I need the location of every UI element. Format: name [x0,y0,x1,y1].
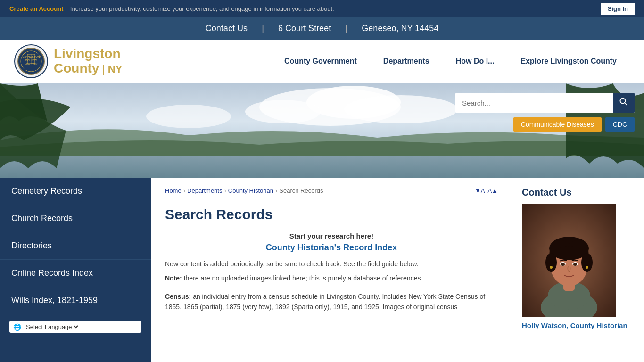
cdc-button[interactable]: CDC [605,117,635,132]
svg-point-24 [581,253,593,272]
tagline: – Increase your productivity, customize … [65,5,334,12]
breadcrumb-current: Search Records [279,187,323,194]
logo-emblem: LIVINGSTON COUNTY NEW YORK [14,44,48,78]
record-index-link[interactable]: County Historian's Record Index [266,243,397,252]
svg-point-29 [550,266,553,269]
search-box [455,93,635,113]
breadcrumb-sep-3: › [275,187,277,194]
communicable-diseases-button[interactable]: Communicable Diseases [513,117,602,132]
font-increase-button[interactable]: A▲ [487,187,498,194]
contact-us-title: Contact Us [522,187,635,198]
svg-point-28 [573,263,577,266]
contact-portrait-svg [522,204,616,317]
breadcrumb-home[interactable]: Home [165,187,182,194]
contact-us-link[interactable]: Contact Us [191,24,262,33]
google-translate-icon: 🌐 [13,323,21,331]
sidebar-item-church-records[interactable]: Church Records [0,205,151,232]
start-research-section: Start your research here! County Histori… [165,232,498,253]
svg-point-12 [146,105,231,128]
right-sidebar: Contact Us [512,178,644,362]
svg-point-11 [344,95,457,123]
logo-state: | NY [99,63,122,75]
alert-buttons: Communicable Diseases CDC [513,117,635,132]
nav-how-do-i[interactable]: How Do I... [443,52,508,70]
breadcrumb-departments[interactable]: Departments [187,187,222,194]
census-label: Census: [165,293,191,300]
sidebar-item-wills-index[interactable]: Wills Index, 1821-1959 [0,287,151,314]
main-layout: Cemetery Records Church Records Director… [0,178,644,362]
sidebar-item-cemetery-records[interactable]: Cemetery Records [0,178,151,205]
nav-county-government[interactable]: County Government [271,52,370,70]
content-note: New content is added periodically, so be… [165,260,498,268]
search-input[interactable] [455,94,613,112]
nav-departments[interactable]: Departments [370,52,443,70]
census-paragraph: Census: an individual entry from a censu… [165,291,498,313]
svg-rect-13 [0,156,644,178]
search-icon [619,98,628,106]
logo-line2: County [54,61,99,75]
logo-text: Livingston County | NY [54,47,122,76]
search-button[interactable] [613,93,635,113]
start-research-heading: Start your research here! [165,232,498,240]
language-selector-container: 🌐 Select Language ▾ [0,314,151,339]
nav-explore[interactable]: Explore Livingston County [507,52,630,70]
note-label: Note: [165,274,182,282]
svg-point-10 [245,100,321,123]
logo-line1: Livingston [54,46,121,61]
sidebar-item-directories[interactable]: Directories [0,232,151,260]
logo-svg: LIVINGSTON COUNTY NEW YORK [17,47,45,75]
sidebar-item-online-records-index[interactable]: Online Records Index [0,260,151,287]
svg-point-27 [561,263,565,266]
page-title: Search Records [165,206,498,222]
font-decrease-button[interactable]: ▼A [475,187,485,194]
address-link[interactable]: 6 Court Street [264,24,345,33]
top-bar-left: Create an Account – Increase your produc… [9,5,334,12]
census-text: an individual entry from a census schedu… [165,293,485,311]
contact-photo [522,204,616,317]
note-paragraph: Note: there are no uploaded images linke… [165,274,498,282]
main-nav: County Government Departments How Do I..… [271,52,630,70]
create-account-link[interactable]: Create an Account [9,5,63,12]
breadcrumb: Home › Departments › County Historian › … [165,187,323,194]
note-text: there are no uploaded images linked here… [184,274,423,282]
svg-point-23 [545,253,557,272]
middle-bar: Contact Us | 6 Court Street | Geneseo, N… [0,17,644,40]
language-select-wrapper[interactable]: 🌐 Select Language ▾ [9,321,141,333]
hero-image: Communicable Diseases CDC [0,83,644,178]
svg-line-15 [625,103,627,105]
logo-link[interactable]: LIVINGSTON COUNTY NEW YORK Livingston Co… [14,44,122,78]
breadcrumb-sep-1: › [183,187,185,194]
header: LIVINGSTON COUNTY NEW YORK Livingston Co… [0,40,644,83]
font-size-controls: ▼A A▲ [475,187,498,194]
content-area: Home › Departments › County Historian › … [151,178,512,362]
svg-point-30 [586,266,588,269]
sidebar: Cemetery Records Church Records Director… [0,178,151,362]
chevron-down-icon: ▾ [83,323,86,331]
breadcrumb-county-historian[interactable]: County Historian [228,187,273,194]
sign-in-button[interactable]: Sign In [601,3,635,15]
language-select[interactable]: Select Language [24,323,80,331]
location-link[interactable]: Geneseo, NY 14454 [347,24,453,33]
breadcrumb-sep-2: › [224,187,226,194]
search-area: Communicable Diseases CDC [455,93,635,132]
contact-name: Holly Watson, County Historian [522,321,635,329]
top-bar: Create an Account – Increase your produc… [0,0,644,17]
svg-text:NEW YORK: NEW YORK [25,63,38,66]
